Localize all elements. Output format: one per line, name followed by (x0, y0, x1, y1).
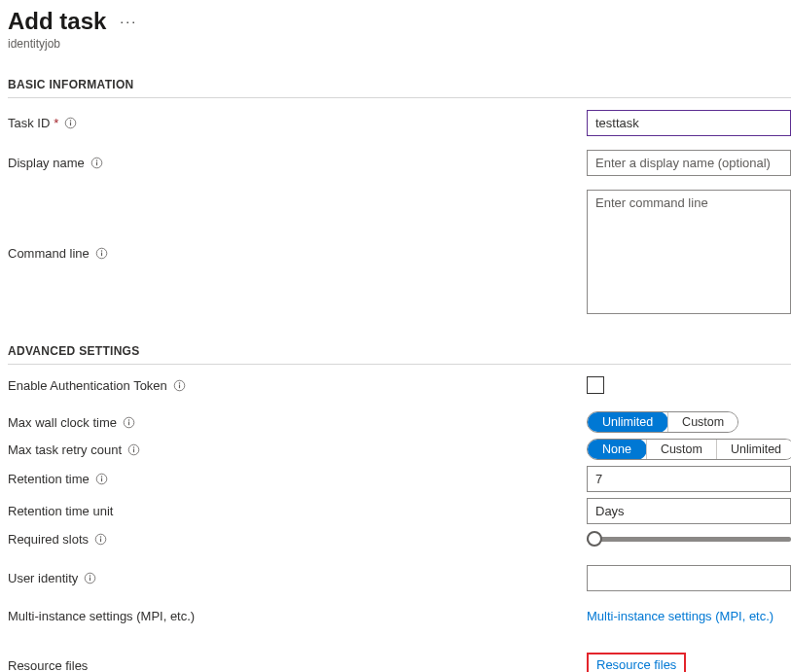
user-identity-label: User identity (8, 571, 78, 585)
breadcrumb-subtitle: identityjob (8, 37, 791, 51)
info-icon[interactable] (127, 443, 140, 456)
section-advanced-header: ADVANCED SETTINGS (8, 344, 791, 365)
required-mark: * (54, 116, 58, 130)
info-icon[interactable] (90, 157, 103, 169)
retention-unit-label: Retention time unit (8, 504, 113, 518)
section-basic-header: BASIC INFORMATION (8, 78, 791, 98)
svg-point-1 (70, 120, 71, 121)
page-title: Add task (8, 8, 106, 35)
pill-custom[interactable]: Custom (646, 440, 716, 459)
page-header: Add task ··· identityjob (8, 8, 791, 51)
required-slots-label: Required slots (8, 532, 89, 547)
svg-point-4 (96, 159, 97, 160)
pill-custom[interactable]: Custom (667, 412, 737, 432)
resource-files-highlight: Resource files (587, 653, 686, 672)
max-retry-label: Max task retry count (8, 442, 122, 457)
command-line-label: Command line (8, 246, 90, 261)
max-wall-clock-toggle: Unlimited Custom (587, 411, 738, 433)
svg-point-25 (90, 575, 90, 576)
svg-rect-17 (133, 448, 134, 452)
info-icon[interactable] (94, 533, 107, 546)
pill-none[interactable]: None (587, 439, 647, 460)
retention-time-label: Retention time (8, 472, 90, 486)
svg-rect-23 (100, 538, 101, 542)
task-id-input[interactable] (587, 110, 791, 136)
task-id-label: Task ID (8, 116, 50, 130)
info-icon[interactable] (84, 572, 96, 584)
svg-rect-26 (90, 578, 90, 582)
svg-point-10 (179, 382, 180, 383)
svg-point-7 (101, 250, 102, 251)
info-icon[interactable] (95, 473, 108, 485)
user-identity-input[interactable] (587, 565, 791, 591)
retention-time-input[interactable] (587, 466, 791, 492)
display-name-input[interactable] (587, 150, 791, 176)
svg-point-22 (100, 536, 101, 537)
info-icon[interactable] (123, 416, 135, 429)
svg-point-19 (101, 476, 102, 477)
max-wall-clock-label: Max wall clock time (8, 415, 117, 430)
resource-files-label: Resource files (8, 658, 88, 673)
command-line-input[interactable] (587, 190, 791, 314)
svg-point-16 (133, 446, 134, 447)
svg-rect-11 (179, 384, 180, 388)
resource-files-link[interactable]: Resource files (596, 657, 676, 672)
auth-token-label: Enable Authentication Token (8, 378, 167, 393)
svg-rect-8 (101, 253, 102, 257)
auth-token-checkbox[interactable] (587, 376, 604, 394)
svg-rect-2 (70, 123, 71, 126)
info-icon[interactable] (173, 379, 186, 392)
info-icon[interactable] (95, 247, 108, 260)
multi-instance-label: Multi-instance settings (MPI, etc.) (8, 609, 195, 623)
multi-instance-link[interactable]: Multi-instance settings (MPI, etc.) (587, 609, 773, 623)
pill-unlimited[interactable]: Unlimited (716, 440, 791, 459)
svg-rect-20 (101, 478, 102, 482)
display-name-label: Display name (8, 156, 85, 170)
svg-rect-14 (128, 421, 129, 425)
max-retry-toggle: None Custom Unlimited (587, 439, 791, 460)
pill-unlimited[interactable]: Unlimited (587, 411, 668, 433)
svg-rect-5 (96, 162, 97, 166)
required-slots-slider[interactable] (587, 530, 791, 548)
more-icon[interactable]: ··· (120, 14, 137, 29)
svg-point-13 (128, 419, 129, 420)
retention-unit-input[interactable] (587, 498, 791, 524)
info-icon[interactable] (64, 117, 77, 129)
slider-thumb[interactable] (587, 531, 602, 547)
